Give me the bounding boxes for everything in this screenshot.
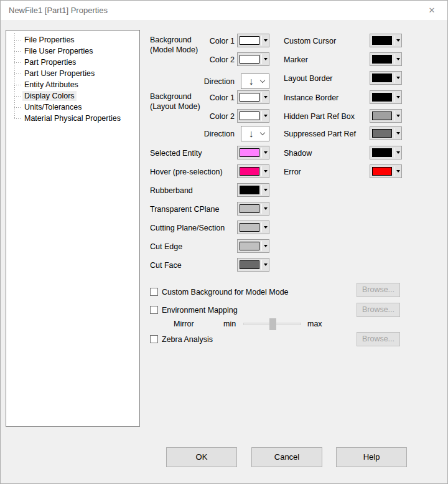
color-picker-bg-model-color1[interactable] xyxy=(237,34,269,47)
dropdown-caret-icon xyxy=(264,58,268,60)
color-picker-bg-layout-color1[interactable] xyxy=(237,90,269,104)
marker-label: Marker xyxy=(284,55,308,64)
custom-background-checkbox[interactable] xyxy=(150,288,158,296)
dropdown-caret-icon xyxy=(264,207,268,210)
color-swatch xyxy=(240,148,259,157)
help-button[interactable]: Help xyxy=(336,447,407,467)
tree-item-part-user-properties[interactable]: Part User Properties xyxy=(6,68,139,79)
titlebar: NewFile1 [Part1] Properties ✕ xyxy=(1,1,447,20)
mirror-slider-thumb[interactable] xyxy=(269,318,276,330)
dropdown-caret-icon xyxy=(396,170,400,173)
dropdown-caret-icon xyxy=(396,58,400,60)
direction-select-layout[interactable]: ↓ xyxy=(241,126,269,141)
color-swatch xyxy=(372,55,392,64)
environment-mapping-checkbox[interactable] xyxy=(150,306,158,314)
close-icon: ✕ xyxy=(429,6,436,15)
color-picker-hidden-part-ref-box[interactable] xyxy=(370,109,402,123)
color-swatch xyxy=(372,148,392,157)
selected-entity-label: Selected Entity xyxy=(150,149,202,158)
dropdown-caret-icon xyxy=(264,151,268,154)
color-swatch xyxy=(240,112,259,120)
color-swatch xyxy=(240,36,259,45)
tree-stub xyxy=(14,51,21,52)
shadow-label: Shadow xyxy=(284,149,312,158)
dropdown-caret-icon xyxy=(264,245,268,247)
direction-select-model[interactable]: ↓ xyxy=(241,74,269,89)
dropdown-caret-icon xyxy=(396,77,400,79)
color-picker-instance-border[interactable] xyxy=(370,90,402,104)
browse-environment-mapping-button[interactable]: Browse... xyxy=(357,303,400,317)
custom-background-label: Custom Background for Model Mode xyxy=(162,288,289,297)
color-picker-cutting-plane[interactable] xyxy=(237,221,269,234)
color-swatch xyxy=(372,93,392,102)
tree-item-file-user-properties[interactable]: File User Properties xyxy=(6,45,139,57)
error-label: Error xyxy=(284,168,301,176)
custom-cursor-label: Custom Cursor xyxy=(284,37,336,45)
tree-stub xyxy=(14,40,21,40)
properties-tree: File Properties File User Properties Par… xyxy=(6,30,140,427)
ok-button[interactable]: OK xyxy=(166,447,237,467)
window-title: NewFile1 [Part1] Properties xyxy=(9,6,108,15)
color-swatch xyxy=(240,260,259,269)
hover-label: Hover (pre-selection) xyxy=(150,168,223,176)
dropdown-caret-icon xyxy=(264,170,268,173)
bg-layout-color1-label: Color 1 xyxy=(154,93,235,102)
dropdown-caret-icon xyxy=(396,96,400,98)
color-picker-transparent-cplane[interactable] xyxy=(237,202,269,216)
cancel-button[interactable]: Cancel xyxy=(251,447,322,467)
tree-stub xyxy=(14,62,21,63)
browse-custom-background-button[interactable]: Browse... xyxy=(357,283,400,297)
browse-zebra-button[interactable]: Browse... xyxy=(357,332,400,346)
cutting-plane-label: Cutting Plane/Section xyxy=(150,224,225,232)
color-swatch xyxy=(372,129,392,138)
color-picker-rubberband[interactable] xyxy=(237,183,269,197)
color-picker-shadow[interactable] xyxy=(370,146,402,159)
cut-face-label: Cut Face xyxy=(150,261,182,270)
color-picker-selected-entity[interactable] xyxy=(237,146,269,159)
zebra-analysis-checkbox[interactable] xyxy=(150,335,158,343)
color-picker-marker[interactable] xyxy=(370,52,402,66)
color-swatch xyxy=(240,223,259,232)
down-arrow-icon: ↓ xyxy=(241,77,261,87)
tree-item-material-physical-properties[interactable]: Material Physical Properties xyxy=(6,113,139,124)
hidden-part-ref-box-label: Hidden Part Ref Box xyxy=(284,112,355,121)
bg-layout-color2-label: Color 2 xyxy=(154,112,235,121)
tree-stub xyxy=(14,85,21,85)
color-picker-cut-edge[interactable] xyxy=(237,239,269,253)
down-arrow-icon: ↓ xyxy=(241,129,261,139)
color-picker-cut-face[interactable] xyxy=(237,258,269,272)
cut-edge-label: Cut Edge xyxy=(150,242,182,251)
color-picker-layout-border[interactable] xyxy=(370,71,402,85)
close-button[interactable]: ✕ xyxy=(424,4,440,17)
chevron-down-icon xyxy=(260,130,265,135)
color-picker-hover[interactable] xyxy=(237,164,269,178)
tree-item-file-properties[interactable]: File Properties xyxy=(6,34,139,45)
instance-border-label: Instance Border xyxy=(284,93,338,102)
dropdown-caret-icon xyxy=(264,96,268,98)
mirror-max-label: max xyxy=(307,320,322,328)
bg-layout-direction-label: Direction xyxy=(154,130,235,138)
mirror-label: Mirror xyxy=(174,320,194,328)
tree-item-display-colors[interactable]: Display Colors xyxy=(6,90,139,102)
color-picker-error[interactable] xyxy=(370,164,402,178)
color-picker-custom-cursor[interactable] xyxy=(370,34,402,47)
color-swatch xyxy=(240,186,259,194)
color-swatch xyxy=(372,112,392,120)
color-swatch xyxy=(372,74,392,82)
color-picker-bg-layout-color2[interactable] xyxy=(237,109,269,123)
properties-dialog: NewFile1 [Part1] Properties ✕ File Prope… xyxy=(0,0,448,484)
dropdown-caret-icon xyxy=(264,189,268,191)
mirror-slider-track[interactable] xyxy=(243,323,301,325)
tree-stub xyxy=(14,107,21,108)
environment-mapping-label: Environment Mapping xyxy=(162,306,238,315)
transparent-cplane-label: Transparent CPlane xyxy=(150,205,219,214)
color-picker-suppressed-part-ref[interactable] xyxy=(370,126,402,140)
tree-stub xyxy=(14,74,21,74)
color-swatch xyxy=(240,242,259,250)
tree-item-units-tolerances[interactable]: Units/Tolerances xyxy=(6,102,139,113)
color-swatch xyxy=(240,167,259,176)
color-picker-bg-model-color2[interactable] xyxy=(237,52,269,66)
layout-border-label: Layout Border xyxy=(284,74,333,83)
tree-item-part-properties[interactable]: Part Properties xyxy=(6,57,139,68)
tree-item-entity-attributes[interactable]: Entity Attributes xyxy=(6,79,139,90)
